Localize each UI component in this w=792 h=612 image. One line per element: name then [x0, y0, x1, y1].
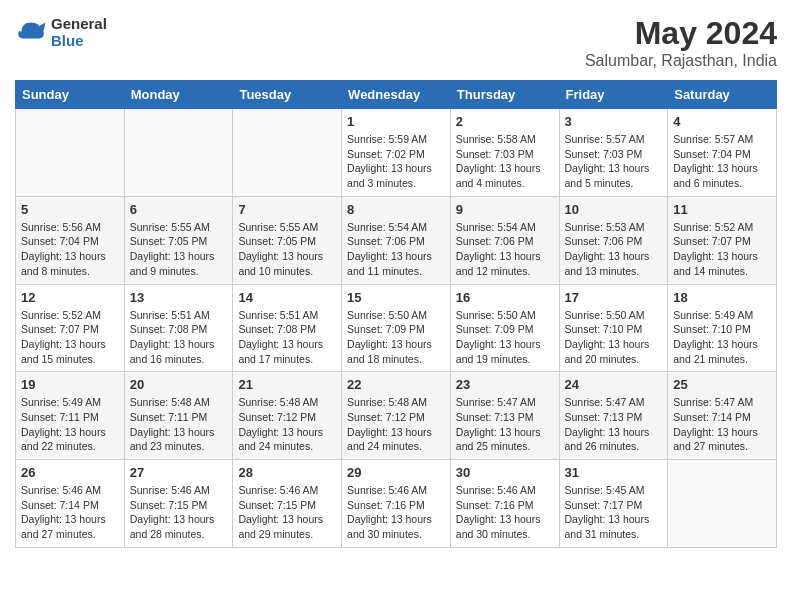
- calendar-cell: 8Sunrise: 5:54 AM Sunset: 7:06 PM Daylig…: [342, 196, 451, 284]
- calendar-cell: 11Sunrise: 5:52 AM Sunset: 7:07 PM Dayli…: [668, 196, 777, 284]
- day-info: Sunrise: 5:46 AM Sunset: 7:16 PM Dayligh…: [456, 483, 554, 542]
- calendar-cell: [16, 109, 125, 197]
- day-number: 10: [565, 202, 663, 217]
- location-title: Salumbar, Rajasthan, India: [585, 52, 777, 70]
- calendar-cell: 26Sunrise: 5:46 AM Sunset: 7:14 PM Dayli…: [16, 460, 125, 548]
- calendar-week-row: 5Sunrise: 5:56 AM Sunset: 7:04 PM Daylig…: [16, 196, 777, 284]
- day-number: 5: [21, 202, 119, 217]
- day-info: Sunrise: 5:46 AM Sunset: 7:16 PM Dayligh…: [347, 483, 445, 542]
- calendar-cell: 25Sunrise: 5:47 AM Sunset: 7:14 PM Dayli…: [668, 372, 777, 460]
- calendar-cell: 16Sunrise: 5:50 AM Sunset: 7:09 PM Dayli…: [450, 284, 559, 372]
- day-number: 4: [673, 114, 771, 129]
- day-number: 28: [238, 465, 336, 480]
- calendar-week-row: 26Sunrise: 5:46 AM Sunset: 7:14 PM Dayli…: [16, 460, 777, 548]
- calendar-cell: 7Sunrise: 5:55 AM Sunset: 7:05 PM Daylig…: [233, 196, 342, 284]
- calendar-cell: 31Sunrise: 5:45 AM Sunset: 7:17 PM Dayli…: [559, 460, 668, 548]
- calendar-cell: 5Sunrise: 5:56 AM Sunset: 7:04 PM Daylig…: [16, 196, 125, 284]
- calendar-cell: [233, 109, 342, 197]
- day-number: 11: [673, 202, 771, 217]
- day-info: Sunrise: 5:58 AM Sunset: 7:03 PM Dayligh…: [456, 132, 554, 191]
- day-number: 30: [456, 465, 554, 480]
- day-info: Sunrise: 5:47 AM Sunset: 7:14 PM Dayligh…: [673, 395, 771, 454]
- day-info: Sunrise: 5:50 AM Sunset: 7:09 PM Dayligh…: [347, 308, 445, 367]
- calendar-cell: 18Sunrise: 5:49 AM Sunset: 7:10 PM Dayli…: [668, 284, 777, 372]
- day-info: Sunrise: 5:48 AM Sunset: 7:12 PM Dayligh…: [238, 395, 336, 454]
- calendar-week-row: 19Sunrise: 5:49 AM Sunset: 7:11 PM Dayli…: [16, 372, 777, 460]
- calendar-cell: 9Sunrise: 5:54 AM Sunset: 7:06 PM Daylig…: [450, 196, 559, 284]
- day-info: Sunrise: 5:52 AM Sunset: 7:07 PM Dayligh…: [21, 308, 119, 367]
- day-number: 13: [130, 290, 228, 305]
- calendar-cell: 24Sunrise: 5:47 AM Sunset: 7:13 PM Dayli…: [559, 372, 668, 460]
- calendar-table: SundayMondayTuesdayWednesdayThursdayFrid…: [15, 80, 777, 548]
- day-info: Sunrise: 5:45 AM Sunset: 7:17 PM Dayligh…: [565, 483, 663, 542]
- day-number: 7: [238, 202, 336, 217]
- day-number: 25: [673, 377, 771, 392]
- day-number: 18: [673, 290, 771, 305]
- day-number: 2: [456, 114, 554, 129]
- page-header: General Blue May 2024 Salumbar, Rajastha…: [15, 15, 777, 70]
- day-info: Sunrise: 5:46 AM Sunset: 7:14 PM Dayligh…: [21, 483, 119, 542]
- day-info: Sunrise: 5:48 AM Sunset: 7:11 PM Dayligh…: [130, 395, 228, 454]
- logo-text: General Blue: [51, 15, 107, 49]
- calendar-cell: 14Sunrise: 5:51 AM Sunset: 7:08 PM Dayli…: [233, 284, 342, 372]
- day-info: Sunrise: 5:49 AM Sunset: 7:10 PM Dayligh…: [673, 308, 771, 367]
- calendar-cell: 19Sunrise: 5:49 AM Sunset: 7:11 PM Dayli…: [16, 372, 125, 460]
- calendar-cell: [124, 109, 233, 197]
- day-info: Sunrise: 5:59 AM Sunset: 7:02 PM Dayligh…: [347, 132, 445, 191]
- weekday-header: Sunday: [16, 81, 125, 109]
- day-number: 23: [456, 377, 554, 392]
- logo-icon: [15, 16, 47, 48]
- day-number: 14: [238, 290, 336, 305]
- day-number: 19: [21, 377, 119, 392]
- calendar-cell: 12Sunrise: 5:52 AM Sunset: 7:07 PM Dayli…: [16, 284, 125, 372]
- day-number: 17: [565, 290, 663, 305]
- day-number: 21: [238, 377, 336, 392]
- day-info: Sunrise: 5:50 AM Sunset: 7:10 PM Dayligh…: [565, 308, 663, 367]
- day-info: Sunrise: 5:53 AM Sunset: 7:06 PM Dayligh…: [565, 220, 663, 279]
- weekday-header: Monday: [124, 81, 233, 109]
- weekday-header: Thursday: [450, 81, 559, 109]
- day-number: 29: [347, 465, 445, 480]
- calendar-cell: 4Sunrise: 5:57 AM Sunset: 7:04 PM Daylig…: [668, 109, 777, 197]
- calendar-cell: 30Sunrise: 5:46 AM Sunset: 7:16 PM Dayli…: [450, 460, 559, 548]
- day-info: Sunrise: 5:54 AM Sunset: 7:06 PM Dayligh…: [347, 220, 445, 279]
- weekday-header: Friday: [559, 81, 668, 109]
- calendar-cell: 28Sunrise: 5:46 AM Sunset: 7:15 PM Dayli…: [233, 460, 342, 548]
- logo: General Blue: [15, 15, 107, 49]
- day-info: Sunrise: 5:55 AM Sunset: 7:05 PM Dayligh…: [130, 220, 228, 279]
- day-info: Sunrise: 5:52 AM Sunset: 7:07 PM Dayligh…: [673, 220, 771, 279]
- day-info: Sunrise: 5:55 AM Sunset: 7:05 PM Dayligh…: [238, 220, 336, 279]
- calendar-cell: 20Sunrise: 5:48 AM Sunset: 7:11 PM Dayli…: [124, 372, 233, 460]
- calendar-body: 1Sunrise: 5:59 AM Sunset: 7:02 PM Daylig…: [16, 109, 777, 548]
- calendar-cell: 2Sunrise: 5:58 AM Sunset: 7:03 PM Daylig…: [450, 109, 559, 197]
- day-info: Sunrise: 5:48 AM Sunset: 7:12 PM Dayligh…: [347, 395, 445, 454]
- day-number: 8: [347, 202, 445, 217]
- weekday-header: Saturday: [668, 81, 777, 109]
- calendar-cell: 22Sunrise: 5:48 AM Sunset: 7:12 PM Dayli…: [342, 372, 451, 460]
- day-info: Sunrise: 5:46 AM Sunset: 7:15 PM Dayligh…: [130, 483, 228, 542]
- day-info: Sunrise: 5:57 AM Sunset: 7:03 PM Dayligh…: [565, 132, 663, 191]
- day-number: 9: [456, 202, 554, 217]
- weekday-header: Tuesday: [233, 81, 342, 109]
- day-info: Sunrise: 5:46 AM Sunset: 7:15 PM Dayligh…: [238, 483, 336, 542]
- day-info: Sunrise: 5:54 AM Sunset: 7:06 PM Dayligh…: [456, 220, 554, 279]
- calendar-cell: 3Sunrise: 5:57 AM Sunset: 7:03 PM Daylig…: [559, 109, 668, 197]
- day-number: 26: [21, 465, 119, 480]
- calendar-cell: 13Sunrise: 5:51 AM Sunset: 7:08 PM Dayli…: [124, 284, 233, 372]
- day-number: 27: [130, 465, 228, 480]
- calendar-cell: 1Sunrise: 5:59 AM Sunset: 7:02 PM Daylig…: [342, 109, 451, 197]
- calendar-cell: 27Sunrise: 5:46 AM Sunset: 7:15 PM Dayli…: [124, 460, 233, 548]
- day-info: Sunrise: 5:56 AM Sunset: 7:04 PM Dayligh…: [21, 220, 119, 279]
- calendar-week-row: 12Sunrise: 5:52 AM Sunset: 7:07 PM Dayli…: [16, 284, 777, 372]
- day-number: 16: [456, 290, 554, 305]
- calendar-cell: [668, 460, 777, 548]
- day-number: 3: [565, 114, 663, 129]
- day-info: Sunrise: 5:47 AM Sunset: 7:13 PM Dayligh…: [565, 395, 663, 454]
- day-number: 20: [130, 377, 228, 392]
- day-number: 22: [347, 377, 445, 392]
- day-number: 6: [130, 202, 228, 217]
- calendar-cell: 6Sunrise: 5:55 AM Sunset: 7:05 PM Daylig…: [124, 196, 233, 284]
- day-info: Sunrise: 5:51 AM Sunset: 7:08 PM Dayligh…: [130, 308, 228, 367]
- calendar-header: SundayMondayTuesdayWednesdayThursdayFrid…: [16, 81, 777, 109]
- day-number: 1: [347, 114, 445, 129]
